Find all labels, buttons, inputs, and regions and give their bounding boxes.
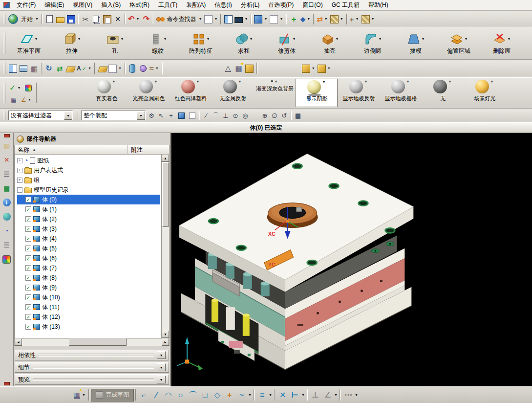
circle-button[interactable]: ○ bbox=[174, 389, 187, 401]
tree-item-body-1[interactable]: ✓体 (1) bbox=[17, 204, 160, 214]
dropdown-caret[interactable]: ▾ bbox=[464, 37, 468, 41]
dropdown-caret[interactable]: ▾ bbox=[292, 37, 297, 41]
edge-blend-button[interactable]: ▾ 边倒圆 bbox=[351, 32, 394, 55]
view-box-button[interactable]: ▾ bbox=[203, 13, 219, 25]
move-component-button[interactable]: + bbox=[288, 13, 299, 25]
tree-item-body-4[interactable]: ✓体 (4) bbox=[17, 234, 160, 244]
dropdown-caret[interactable]: ▾ bbox=[489, 80, 494, 84]
checkbox-icon[interactable]: ✓ bbox=[25, 314, 31, 320]
checkbox-icon[interactable]: ✓ bbox=[25, 275, 31, 281]
snap-line-button[interactable]: ∕ bbox=[201, 111, 211, 120]
dropdown-caret[interactable]: ▾ bbox=[118, 67, 122, 70]
resource-bar-handle[interactable] bbox=[4, 134, 10, 137]
dropdown-caret[interactable]: ▾ bbox=[237, 80, 242, 84]
copy-button[interactable] bbox=[91, 13, 102, 25]
polygon-button[interactable]: ◇ bbox=[211, 389, 223, 401]
dropdown-caret[interactable]: ▾ bbox=[111, 80, 116, 84]
update-display-button[interactable]: ⇄ bbox=[54, 62, 65, 75]
details-panel-bar[interactable]: 细节 ▾ bbox=[15, 362, 169, 373]
dropdown-caret[interactable]: ▾ bbox=[405, 80, 410, 84]
tree-item-groups[interactable]: + 组 bbox=[17, 175, 160, 185]
spline-button[interactable]: ~ bbox=[235, 389, 248, 401]
snap-quadrant-button[interactable]: ⊕ bbox=[260, 111, 270, 120]
dropdown-caret[interactable]: ▾ bbox=[371, 17, 375, 21]
menu-tools[interactable]: 工具(T) bbox=[154, 0, 182, 10]
checkbox-icon[interactable]: ✓ bbox=[25, 255, 31, 261]
scrollbar-thumb[interactable] bbox=[69, 338, 127, 346]
draft-button[interactable]: ▾ 拔模 bbox=[394, 32, 437, 55]
orient-view-button[interactable]: ↻ bbox=[43, 62, 54, 75]
web-browser-tab[interactable] bbox=[1, 211, 13, 223]
dropdown-caret[interactable]: ▾ bbox=[447, 80, 452, 84]
display-mode-button[interactable]: ▾ bbox=[234, 13, 249, 25]
checkbox-icon[interactable]: ✓ bbox=[25, 246, 31, 251]
open-button[interactable] bbox=[55, 13, 65, 25]
dropdown-caret[interactable]: ▾ bbox=[301, 393, 305, 397]
scrollbar-track[interactable] bbox=[162, 227, 169, 331]
menu-format[interactable]: 格式(R) bbox=[125, 0, 154, 10]
process-studio-tab[interactable]: ☰ bbox=[1, 239, 13, 251]
render-floor-reflection-button[interactable]: ▾显示地板反射 bbox=[338, 79, 380, 107]
hd3d-tools-tab[interactable]: i bbox=[1, 197, 13, 208]
dropdown-caret[interactable]: ▾ bbox=[355, 17, 360, 21]
snap-center-button[interactable]: ◎ bbox=[240, 111, 250, 120]
snap-arc-button[interactable]: ⌒ bbox=[211, 111, 221, 120]
menu-edit[interactable]: 编辑(E) bbox=[40, 0, 68, 10]
layer-settings-button[interactable] bbox=[18, 62, 29, 75]
dropdown-caret[interactable]: ▾ bbox=[35, 17, 39, 21]
edit-section-button[interactable]: ∕ bbox=[97, 62, 107, 75]
tree-item-drawing[interactable]: + ◔ 图纸 bbox=[17, 156, 160, 165]
menu-file[interactable]: 文件(F) bbox=[12, 0, 40, 10]
panel-expand-button[interactable]: ▾ bbox=[157, 376, 166, 383]
clip-section-button[interactable]: ▾ bbox=[107, 62, 123, 75]
command-finder-button[interactable]: 命令查找器▾ bbox=[155, 13, 203, 25]
quick-extend-button[interactable]: ⊢ bbox=[289, 389, 301, 401]
more-tools-button[interactable]: ⋯ bbox=[342, 389, 354, 401]
menu-analysis[interactable]: 分析(L) bbox=[236, 0, 264, 10]
wave-geometry-button[interactable]: ▾ bbox=[317, 62, 332, 75]
menu-assemblies[interactable]: 装配(A) bbox=[182, 0, 210, 10]
column-note-header[interactable]: 附注 bbox=[128, 145, 169, 154]
table-button[interactable]: ▦ bbox=[29, 62, 40, 75]
dropdown-caret[interactable]: ▾ bbox=[198, 17, 202, 21]
crosshair-button[interactable]: +▾ bbox=[349, 13, 361, 25]
select-face-button[interactable] bbox=[187, 109, 197, 122]
dropdown-caret[interactable]: ▾ bbox=[354, 393, 359, 397]
dropdown-caret[interactable]: ▾ bbox=[327, 67, 331, 70]
dropdown-caret[interactable]: ▾ bbox=[321, 80, 326, 84]
column-name-header[interactable]: 名称▲ bbox=[15, 145, 128, 154]
redo-button[interactable]: ↷ bbox=[141, 13, 151, 25]
dropdown-caret[interactable]: ▾ bbox=[249, 37, 254, 41]
tree-item-body-5[interactable]: ✓体 (5) bbox=[17, 244, 160, 253]
render-red-plastic-button[interactable]: ▾红色高泽塑料 bbox=[170, 79, 212, 107]
menu-preferences[interactable]: 首选项(P) bbox=[264, 0, 298, 10]
tree-item-body-13[interactable]: ✓体 (13) bbox=[17, 322, 160, 332]
tree-item-body-7[interactable]: ✓体 (7) bbox=[17, 263, 160, 273]
checkbox-icon[interactable]: ✓ bbox=[25, 197, 31, 202]
hole-button[interactable]: ▾ 孔 bbox=[93, 32, 136, 55]
collapse-icon[interactable]: − bbox=[17, 187, 22, 193]
dimension-button[interactable]: ∠ bbox=[321, 389, 334, 401]
triangle-button[interactable]: △ bbox=[223, 62, 234, 75]
tree-item-body-3[interactable]: ✓体 (3) bbox=[17, 224, 160, 234]
dropdown-caret[interactable]: ▾ bbox=[87, 67, 92, 70]
trim-body-button[interactable]: ▾ 修剪体 bbox=[265, 32, 308, 55]
dependencies-panel-bar[interactable]: 相依性 ▾ bbox=[15, 350, 169, 360]
dropdown-caret[interactable]: ▾ bbox=[279, 17, 283, 21]
tree-item-model-history[interactable]: − 模型历史记录 bbox=[17, 185, 160, 195]
dropdown-caret[interactable]: ▾ bbox=[195, 80, 200, 84]
line-button[interactable]: ∕ bbox=[150, 389, 162, 401]
tree-item-body-0[interactable]: ✓体 (0) bbox=[17, 195, 160, 204]
csys-button[interactable]: ∠▾ bbox=[20, 95, 33, 104]
checkbox-icon[interactable]: ✓ bbox=[25, 324, 31, 330]
select-point-button[interactable]: + bbox=[166, 111, 176, 120]
pattern-feature-button[interactable]: ▾ 阵列特征 bbox=[179, 32, 222, 55]
dropdown-caret[interactable]: ▾ bbox=[153, 80, 158, 84]
wave-link-button[interactable]: ▾ bbox=[301, 62, 317, 75]
dropdown-caret[interactable]: ▾ bbox=[248, 393, 252, 397]
spring-button[interactable]: ≈▾ bbox=[149, 62, 160, 75]
snap-midpoint-button[interactable]: ⊙ bbox=[231, 111, 240, 120]
dropdown-caret[interactable]: ▾ bbox=[340, 17, 344, 21]
dropdown-caret[interactable]: ▾ bbox=[324, 17, 328, 21]
dropdown-caret[interactable]: ▾ bbox=[155, 67, 159, 70]
